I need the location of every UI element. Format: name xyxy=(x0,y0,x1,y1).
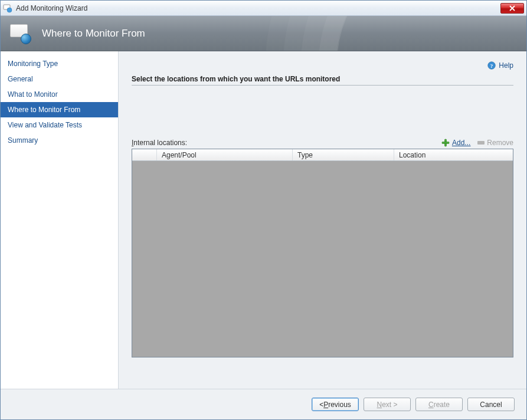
remove-label: Remove xyxy=(487,139,513,147)
column-type[interactable]: Type xyxy=(293,149,394,160)
minus-icon xyxy=(477,141,485,145)
column-checkbox[interactable] xyxy=(132,149,157,160)
footer: < Previous Next > Create Cancel xyxy=(1,389,526,419)
wizard-window: Add Monitoring Wizard Where to Monitor F… xyxy=(0,0,527,420)
close-button[interactable] xyxy=(500,3,524,14)
sidebar-item-view-validate[interactable]: View and Validate Tests xyxy=(1,117,118,133)
cancel-button[interactable]: Cancel xyxy=(467,398,515,411)
sidebar-item-where-to-monitor-from[interactable]: Where to Monitor From xyxy=(1,102,118,117)
column-location[interactable]: Location xyxy=(394,149,513,160)
svg-text:?: ? xyxy=(490,63,493,69)
svg-point-1 xyxy=(7,8,12,12)
app-icon xyxy=(3,4,12,13)
close-icon xyxy=(509,5,515,11)
window-title: Add Monitoring Wizard xyxy=(16,4,500,12)
previous-button[interactable]: < Previous xyxy=(312,398,359,411)
svg-rect-7 xyxy=(442,142,449,144)
toolbar-buttons: Add... Remove xyxy=(441,139,513,147)
sidebar-item-monitoring-type[interactable]: Monitoring Type xyxy=(1,56,118,71)
content-area: ? Help Select the locations from which y… xyxy=(119,51,526,389)
header-band: Where to Monitor From xyxy=(1,16,526,51)
instruction-text: Select the locations from which you want… xyxy=(132,75,513,86)
remove-button: Remove xyxy=(477,139,513,147)
help-link[interactable]: ? Help xyxy=(487,61,513,70)
locations-toolbar: Internal locations: Add... Remove xyxy=(132,139,513,147)
table-header: Agent/Pool Type Location xyxy=(132,149,513,161)
sidebar-item-what-to-monitor[interactable]: What to Monitor xyxy=(1,87,118,102)
page-title: Where to Monitor From xyxy=(42,28,145,40)
plus-icon xyxy=(441,139,450,147)
create-button: Create xyxy=(415,398,463,411)
sidebar-item-general[interactable]: General xyxy=(1,71,118,87)
locations-table: Agent/Pool Type Location xyxy=(132,149,513,357)
sidebar: Monitoring Type General What to Monitor … xyxy=(1,51,119,389)
body: Monitoring Type General What to Monitor … xyxy=(1,51,526,389)
next-button[interactable]: Next > xyxy=(364,398,411,411)
add-button[interactable]: Add... xyxy=(441,139,470,147)
help-icon: ? xyxy=(487,61,496,70)
help-label: Help xyxy=(499,61,513,70)
table-body xyxy=(132,161,513,357)
internal-locations-label: Internal locations: xyxy=(132,139,187,147)
titlebar: Add Monitoring Wizard xyxy=(1,1,526,16)
column-agent[interactable]: Agent/Pool xyxy=(157,149,293,160)
sidebar-item-summary[interactable]: Summary xyxy=(1,133,118,148)
wizard-header-icon xyxy=(10,23,31,44)
help-row: ? Help xyxy=(132,60,513,71)
